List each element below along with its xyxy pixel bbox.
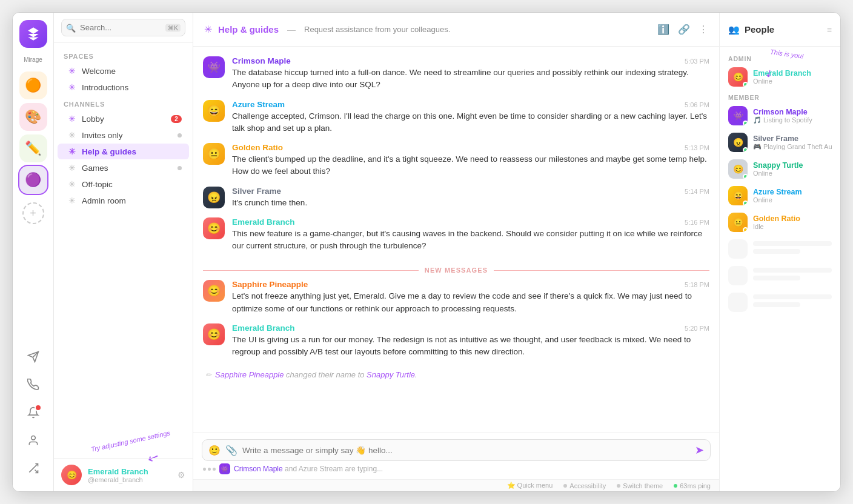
- msg-time-4: 5:14 PM: [685, 188, 709, 195]
- rail-app-3[interactable]: ✏️: [19, 134, 47, 162]
- message-body-7: Emerald Branch 5:20 PM The UI is giving …: [232, 323, 709, 359]
- rail-app-4[interactable]: 🟣: [19, 166, 47, 194]
- avatar-sapphire-pineapple: 😊: [203, 280, 225, 302]
- sidebar-item-lobby[interactable]: ✳ Lobby 2: [58, 111, 189, 127]
- people-list: ADMIN 😊 Emerald Branch Online MEMBER 👾: [720, 47, 840, 491]
- person-info-snappy: Snappy Turtle Online: [753, 161, 832, 177]
- attachment-button[interactable]: 📎: [225, 445, 237, 456]
- message-body-3: Golden Ratio 5:13 PM The client's bumped…: [232, 143, 709, 178]
- name-change-to: Snappy Turtle: [367, 370, 415, 379]
- switch-theme-button[interactable]: Switch theme: [617, 482, 663, 489]
- message-azure-stream: 😄 Azure Stream 5:06 PM Challenge accepte…: [203, 100, 709, 135]
- skeleton-lines-3: [753, 294, 832, 310]
- person-status-snappy: Online: [753, 170, 832, 177]
- welcome-label: Welcome: [82, 67, 182, 76]
- person-name-golden: Golden Ratio: [753, 214, 832, 223]
- skeleton-item-2: [720, 262, 840, 289]
- sidebar: 🔍 ⌘K SPACES ✳ Welcome ✳ Introductions CH…: [54, 13, 193, 491]
- typing-text: and Azure Stream are typing...: [285, 465, 383, 473]
- person-status-crimson: 🎵 Listing to Spotify: [753, 116, 832, 124]
- msg-author-5: Emerald Branch: [232, 217, 295, 227]
- chat-messages-list: 👾 Crimson Maple 5:03 PM The database hic…: [193, 47, 719, 433]
- add-workspace-button[interactable]: +: [22, 202, 44, 224]
- message-input[interactable]: [242, 446, 690, 455]
- sort-button[interactable]: ≡: [827, 25, 832, 35]
- person-status-silver: 🎮 Playing Grand Theft Auto: [753, 143, 832, 151]
- msg-author-1: Crimson Maple: [232, 56, 291, 65]
- msg-author-2: Azure Stream: [232, 100, 285, 109]
- message-emerald-branch-1: 😊 Emerald Branch 5:16 PM This new featur…: [203, 217, 709, 253]
- theme-dot: [617, 484, 620, 488]
- calls-button[interactable]: [22, 374, 44, 396]
- skeleton-lines-2: [753, 268, 832, 284]
- skeleton-lines-1: [753, 241, 832, 257]
- icon-rail: Mirage 🟠 🎨 ✏️ 🟣 +: [13, 13, 54, 491]
- typing-dot-3: [213, 468, 216, 471]
- link-button[interactable]: 🔗: [678, 24, 690, 35]
- avatar-crimson-maple: 👾: [203, 56, 225, 78]
- person-status-emerald: Online: [753, 78, 832, 85]
- skeleton-line-2b: [753, 276, 800, 280]
- sidebar-item-welcome[interactable]: ✳ Welcome: [58, 63, 189, 79]
- emoji-button[interactable]: 🙂: [208, 445, 221, 456]
- msg-text-5: This new feature is a game-changer, but …: [232, 228, 709, 253]
- message-body-4: Silver Frame 5:14 PM It's crunch time th…: [232, 187, 709, 209]
- msg-time-6: 5:18 PM: [685, 281, 709, 288]
- direct-messages-button[interactable]: [22, 346, 44, 368]
- introductions-label: Introductions: [82, 83, 182, 92]
- msg-author-6: Sapphire Pineapple: [232, 280, 308, 289]
- info-button[interactable]: ℹ️: [657, 24, 669, 35]
- sidebar-item-introductions[interactable]: ✳ Introductions: [58, 79, 189, 95]
- msg-time-5: 5:16 PM: [685, 219, 709, 226]
- sidebar-item-help-guides[interactable]: ✳ Help & guides: [58, 144, 189, 159]
- person-snappy[interactable]: 😊 Snappy Turtle Online: [720, 156, 840, 182]
- footer-username: Emerald Branch: [88, 467, 171, 476]
- profile-button[interactable]: [22, 429, 44, 451]
- msg-text-1: The database hiccup turned into a full-o…: [232, 67, 709, 91]
- header-separator: —: [287, 25, 296, 35]
- skeleton-line-1a: [753, 241, 832, 246]
- person-golden[interactable]: 😐 Golden Ratio Idle: [720, 209, 840, 236]
- footer-user-info: Emerald Branch @emerald_branch: [88, 467, 171, 483]
- sidebar-item-off-topic[interactable]: ✳ Off-topic: [58, 176, 189, 192]
- sidebar-footer: 😊 Emerald Branch @emerald_branch ⚙: [54, 458, 193, 491]
- footer-handle: @emerald_branch: [88, 476, 171, 483]
- send-button[interactable]: ➤: [695, 443, 704, 457]
- people-panel: 👥 People ≡ This is you! ↙ ADMIN 😊 Emeral…: [719, 13, 840, 491]
- person-status-golden: Idle: [753, 223, 832, 230]
- person-name-azure: Azure Stream: [753, 188, 832, 196]
- sidebar-item-invites-only[interactable]: ✳ Invites only: [58, 127, 189, 143]
- notifications-button[interactable]: [22, 402, 44, 423]
- help-guides-label: Help & guides: [82, 147, 182, 156]
- rail-app-1[interactable]: 🟠: [19, 71, 47, 99]
- lobby-badge: 2: [171, 115, 182, 123]
- sidebar-item-admin-room[interactable]: ✳ Admin room: [58, 193, 189, 208]
- invites-only-label: Invites only: [82, 131, 173, 140]
- avatar-emerald-branch-1: 😊: [203, 217, 225, 239]
- introductions-icon: ✳: [67, 82, 77, 92]
- settings-gear-button[interactable]: ⚙: [178, 470, 185, 480]
- accessibility-button[interactable]: Accessibility: [563, 482, 606, 489]
- rail-app-2[interactable]: 🎨: [19, 103, 47, 131]
- skeleton-line-2a: [753, 268, 832, 273]
- person-info-golden: Golden Ratio Idle: [753, 214, 832, 230]
- person-emerald-admin[interactable]: 😊 Emerald Branch Online: [720, 64, 840, 90]
- person-silver[interactable]: 😠 Silver Frame 🎮 Playing Grand Theft Aut…: [720, 129, 840, 156]
- avatar-emerald-admin: 😊: [728, 67, 748, 87]
- name-change-icon: ✏: [205, 371, 211, 379]
- msg-text-2: Challenge accepted, Crimson. I'll lead t…: [232, 110, 709, 135]
- avatar-silver: 😠: [728, 133, 748, 152]
- typing-avatar-1: 👾: [219, 463, 230, 474]
- msg-time-1: 5:03 PM: [685, 58, 709, 65]
- skeleton-item-1: [720, 236, 840, 262]
- more-options-button[interactable]: ⋮: [699, 24, 708, 35]
- avatar-golden-ratio: 😐: [203, 143, 225, 165]
- sidebar-item-games[interactable]: ✳ Games: [58, 160, 189, 176]
- footer-avatar: 😊: [61, 465, 82, 485]
- person-azure[interactable]: 😄 Azure Stream Online: [720, 182, 840, 209]
- typing-dot-1: [203, 468, 206, 471]
- person-crimson[interactable]: 👾 Crimson Maple 🎵 Listing to Spotify: [720, 102, 840, 129]
- quick-menu-button[interactable]: ⭐ Quick menu: [507, 482, 553, 489]
- app-logo[interactable]: [19, 20, 47, 48]
- switch-account-button[interactable]: [22, 457, 44, 479]
